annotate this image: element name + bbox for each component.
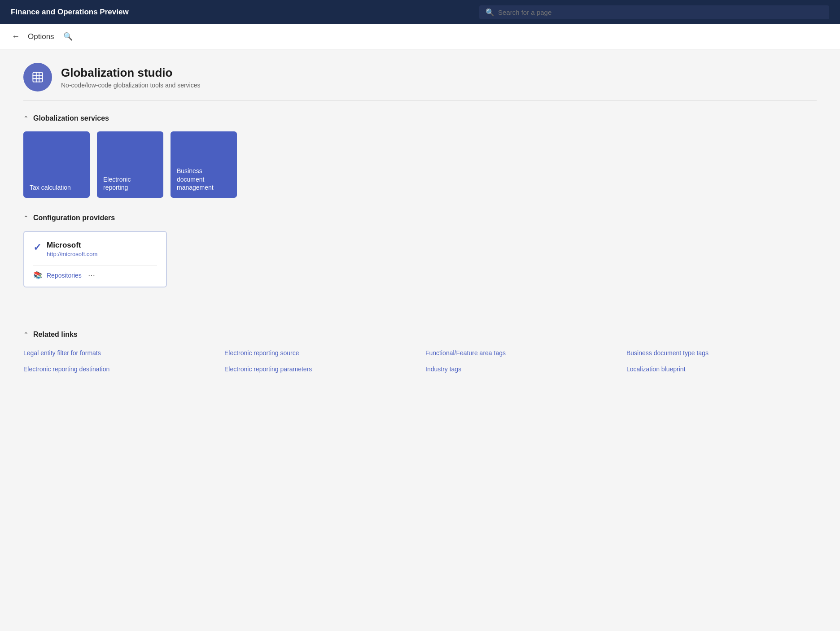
- related-link-0[interactable]: Legal entity filter for formats: [23, 348, 214, 358]
- provider-footer: 📚 Repositories ⋯: [33, 265, 157, 279]
- related-link-2[interactable]: Functional/Feature area tags: [425, 348, 616, 358]
- page-header: Globalization studio No-code/low-code gl…: [23, 63, 817, 101]
- globalization-services-section: ⌃ Globalization services Tax calculation…: [23, 114, 817, 198]
- options-label: Options: [28, 32, 54, 41]
- page-subtitle: No-code/low-code globalization tools and…: [61, 82, 201, 89]
- chevron-up-icon-2: ⌃: [23, 214, 29, 222]
- main-content: Globalization studio No-code/low-code gl…: [0, 49, 840, 631]
- page-title: Globalization studio: [61, 66, 201, 80]
- provider-name: Microsoft: [47, 241, 97, 250]
- global-search-bar[interactable]: 🔍: [479, 5, 829, 19]
- configuration-providers-section: ⌃ Configuration providers ✓ Microsoft ht…: [23, 214, 817, 287]
- secondary-nav: ← Options 🔍: [0, 24, 840, 49]
- business-document-label: Business document management: [177, 167, 231, 191]
- service-tiles-row: Tax calculation Electronic reporting Bus…: [23, 131, 817, 198]
- repositories-icon: 📚: [33, 271, 42, 279]
- related-links-title: Related links: [33, 331, 78, 339]
- related-links-section: ⌃ Related links Legal entity filter for …: [23, 331, 817, 374]
- globalization-services-header[interactable]: ⌃ Globalization services: [23, 114, 817, 122]
- provider-check-icon: ✓: [33, 242, 41, 253]
- related-link-7[interactable]: Localization blueprint: [626, 364, 817, 374]
- related-link-3[interactable]: Business document type tags: [626, 348, 817, 358]
- back-button[interactable]: ←: [9, 30, 22, 43]
- globalization-services-title: Globalization services: [33, 114, 109, 122]
- page-icon: [23, 63, 52, 91]
- page-header-text: Globalization studio No-code/low-code gl…: [61, 66, 201, 89]
- tax-calculation-label: Tax calculation: [30, 183, 83, 191]
- search-input[interactable]: [498, 9, 823, 16]
- top-nav: Finance and Operations Preview 🔍: [0, 0, 840, 24]
- more-options-icon[interactable]: ⋯: [88, 271, 95, 279]
- microsoft-provider-card: ✓ Microsoft http://microsoft.com 📚 Repos…: [23, 231, 167, 287]
- secondary-search-button[interactable]: 🔍: [60, 30, 76, 43]
- globe-cube-icon: [30, 70, 45, 85]
- svg-rect-0: [33, 72, 42, 82]
- repositories-link[interactable]: Repositories: [47, 272, 82, 279]
- related-links-grid: Legal entity filter for formats Electron…: [23, 348, 817, 374]
- provider-card-header: ✓ Microsoft http://microsoft.com: [33, 241, 157, 258]
- related-links-header[interactable]: ⌃ Related links: [23, 331, 817, 339]
- related-link-6[interactable]: Industry tags: [425, 364, 616, 374]
- search-icon: 🔍: [486, 8, 494, 17]
- configuration-providers-title: Configuration providers: [33, 214, 115, 222]
- chevron-up-icon: ⌃: [23, 115, 29, 122]
- related-link-5[interactable]: Electronic reporting parameters: [224, 364, 415, 374]
- configuration-providers-header[interactable]: ⌃ Configuration providers: [23, 214, 817, 222]
- electronic-reporting-tile[interactable]: Electronic reporting: [97, 131, 163, 198]
- business-document-tile[interactable]: Business document management: [171, 131, 237, 198]
- app-title: Finance and Operations Preview: [11, 8, 129, 17]
- related-link-4[interactable]: Electronic reporting destination: [23, 364, 214, 374]
- electronic-reporting-label: Electronic reporting: [103, 175, 157, 191]
- related-link-1[interactable]: Electronic reporting source: [224, 348, 415, 358]
- provider-url[interactable]: http://microsoft.com: [47, 251, 97, 257]
- tax-calculation-tile[interactable]: Tax calculation: [23, 131, 90, 198]
- provider-info: Microsoft http://microsoft.com: [47, 241, 97, 258]
- chevron-up-icon-3: ⌃: [23, 331, 29, 338]
